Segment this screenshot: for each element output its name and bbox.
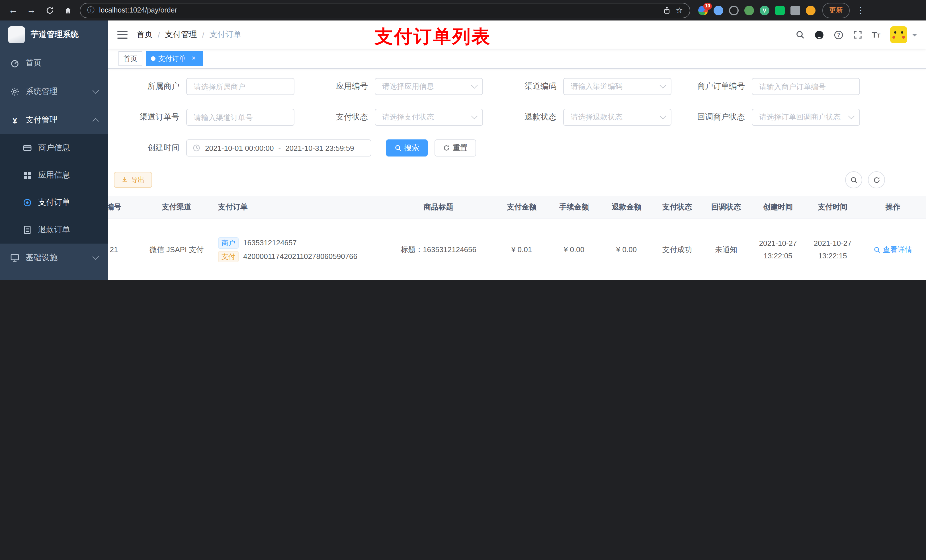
close-icon[interactable]: × xyxy=(190,54,198,63)
breadcrumb-pay-order: 支付订单 xyxy=(210,30,242,40)
search-form: 所属商户 应用编号 请选择应用信息 渠道编码 xyxy=(114,78,920,157)
card-icon xyxy=(23,143,32,152)
breadcrumb-home[interactable]: 首页 xyxy=(137,30,153,40)
tags-view: 首页 支付订单 × xyxy=(108,49,926,69)
tab-pay-order[interactable]: 支付订单 × xyxy=(146,51,203,66)
sidebar-item-pay-order[interactable]: 支付订单 xyxy=(0,189,108,216)
extension-blue-icon[interactable] xyxy=(714,5,723,15)
monitor-icon xyxy=(10,253,20,263)
back-icon[interactable]: ← xyxy=(6,3,21,18)
app-logo: 芋道管理系统 xyxy=(0,21,108,49)
update-button[interactable]: 更新 xyxy=(822,3,850,18)
sidebar-item-payment[interactable]: ¥ 支付管理 xyxy=(0,106,108,134)
chevron-down-icon xyxy=(471,113,478,119)
active-dot xyxy=(151,56,156,61)
sidebar: 芋道管理系统 首页 系统管理 ¥ 支付管理 xyxy=(0,21,108,280)
dashboard-icon xyxy=(10,59,20,68)
sidebar-item-home[interactable]: 首页 xyxy=(0,49,108,77)
reset-button[interactable]: 重置 xyxy=(434,139,476,157)
refresh-icon xyxy=(873,176,880,184)
toggle-search-button[interactable] xyxy=(845,171,862,189)
search-icon[interactable] xyxy=(795,30,804,39)
user-avatar[interactable] xyxy=(890,26,907,43)
sidebar-item-refund-order[interactable]: 退款订单 xyxy=(0,216,108,244)
search-icon xyxy=(395,145,401,151)
help-icon[interactable]: ? xyxy=(834,30,843,39)
extension-badge: 10 xyxy=(703,3,712,9)
svg-text:?: ? xyxy=(837,32,840,38)
page-title-annotation: 支付订单列表 xyxy=(375,24,491,50)
home-icon[interactable] xyxy=(61,3,75,18)
grid-icon xyxy=(23,171,32,180)
puzzle-extensions-icon[interactable] xyxy=(790,5,800,15)
screen: ← → ⓘ localhost:1024/pay/order ☆ 10 V xyxy=(0,0,926,280)
fullscreen-icon[interactable] xyxy=(853,30,862,39)
sidebar-item-devtools[interactable]: 研发工具 xyxy=(0,272,108,280)
bookmark-star-icon[interactable]: ☆ xyxy=(676,6,683,15)
pay-tag: 支付 xyxy=(218,251,239,262)
pay-status-select[interactable]: 请选择支付状态 xyxy=(375,109,483,126)
extension-collage-icon[interactable]: 10 xyxy=(698,5,708,15)
avatar-caret-icon[interactable] xyxy=(912,34,917,39)
url-text: localhost:1024/pay/order xyxy=(99,6,659,14)
search-icon xyxy=(850,176,857,184)
channel-order-input[interactable] xyxy=(186,109,294,126)
github-icon[interactable] xyxy=(814,30,824,39)
site-info-icon[interactable]: ⓘ xyxy=(87,5,95,15)
profile-avatar-icon[interactable] xyxy=(806,5,816,15)
share-icon[interactable] xyxy=(663,6,671,14)
extensions-area: 10 V xyxy=(698,5,816,15)
chevron-up-icon xyxy=(92,118,99,125)
refund-status-select[interactable]: 请选择退款状态 xyxy=(563,109,672,126)
chevron-down-icon xyxy=(92,254,99,260)
forward-icon[interactable]: → xyxy=(24,3,39,18)
page-content: 所属商户 应用编号 请选择应用信息 渠道编码 xyxy=(108,69,926,280)
sidebar-item-infra[interactable]: 基础设施 xyxy=(0,244,108,272)
extension-ring-icon[interactable] xyxy=(729,5,738,15)
notify-status-select[interactable]: 请选择订单回调商户状态 xyxy=(752,109,860,126)
sidebar-item-app-info[interactable]: 应用信息 xyxy=(0,162,108,189)
navbar-actions: ? TT xyxy=(795,26,917,43)
merchant-input[interactable] xyxy=(186,78,294,95)
gear-icon xyxy=(10,87,20,96)
create-time-range-picker[interactable]: 2021-10-01 00:00:00 - 2021-10-31 23:59:5… xyxy=(186,139,371,157)
table-toolbar: 导出 xyxy=(114,171,920,189)
download-icon xyxy=(121,177,128,183)
logo-image xyxy=(8,26,25,43)
breadcrumb: 首页 / 支付管理 / 支付订单 xyxy=(137,30,242,40)
app-select[interactable]: 请选择应用信息 xyxy=(375,78,483,95)
chat-extension-icon[interactable] xyxy=(775,5,785,15)
search-button[interactable]: 搜索 xyxy=(386,139,428,157)
font-size-icon[interactable]: TT xyxy=(872,30,881,39)
yen-icon: ¥ xyxy=(10,115,20,125)
app-title: 芋道管理系统 xyxy=(31,30,79,40)
orders-table: 编号 支付渠道 支付订单 商品标题 支付金额 手续金额 退款金额 支付状态 回调… xyxy=(108,196,926,280)
sidebar-item-system[interactable]: 系统管理 xyxy=(0,77,108,106)
document-icon xyxy=(23,225,32,234)
payment-submenu: 商户信息 应用信息 支付订单 退款订单 xyxy=(0,134,108,244)
reload-icon[interactable] xyxy=(42,3,57,18)
refresh-table-button[interactable] xyxy=(868,171,885,189)
channel-code-select[interactable]: 请输入渠道编码 xyxy=(563,78,672,95)
hamburger-icon[interactable] xyxy=(117,30,127,39)
sidebar-item-merchant-info[interactable]: 商户信息 xyxy=(0,134,108,162)
view-detail-link[interactable]: 查看详情 xyxy=(874,245,912,255)
browser-toolbar: ← → ⓘ localhost:1024/pay/order ☆ 10 V xyxy=(0,0,926,21)
tab-home[interactable]: 首页 xyxy=(118,51,142,66)
browser-menu-icon[interactable]: ⋮ xyxy=(854,5,868,15)
app-navbar: 首页 / 支付管理 / 支付订单 支付订单列表 ? xyxy=(108,21,926,49)
table-row: 21 微信 JSAPI 支付 商户1635312124657 支付4200001… xyxy=(108,219,926,280)
browser-nav-buttons: ← → xyxy=(6,3,75,18)
chevron-down-icon xyxy=(660,82,666,89)
address-bar[interactable]: ⓘ localhost:1024/pay/order ☆ xyxy=(80,3,690,18)
chevron-down-icon xyxy=(848,113,855,119)
breadcrumb-pay-management[interactable]: 支付管理 xyxy=(165,30,197,40)
merchant-tag: 商户 xyxy=(218,237,239,248)
merchant-order-input[interactable] xyxy=(752,78,860,95)
extension-green-icon[interactable] xyxy=(744,5,754,15)
export-button[interactable]: 导出 xyxy=(114,172,152,188)
search-icon xyxy=(874,246,881,253)
vue-devtools-icon[interactable]: V xyxy=(760,5,769,15)
chevron-down-icon xyxy=(92,88,99,94)
refresh-icon xyxy=(443,145,450,151)
